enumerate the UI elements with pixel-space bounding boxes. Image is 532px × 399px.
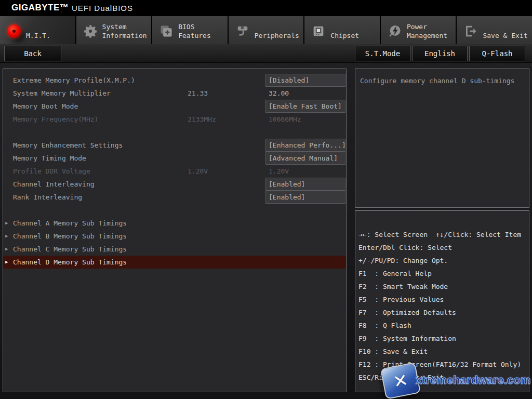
settings-rows: Extreme Memory Profile(X.M.P.)[Disabled]… [3, 74, 346, 269]
titlebar-divider [61, 2, 61, 15]
setting-label: Channel A Memory Sub Timings [13, 217, 127, 230]
tab-label: System Information [102, 22, 152, 40]
help-key-line: F8 : Q-Flash [358, 319, 528, 332]
settings-row-channel-d-memory-sub-timings[interactable]: ▶Channel D Memory Sub Timings [3, 256, 346, 269]
bios-screen: GIGABYTE™ UEFI DualBIOS M.I.T.System Inf… [0, 0, 532, 399]
tab-system-information[interactable]: System Information [76, 16, 152, 44]
system-info-gear-icon [83, 24, 98, 38]
power-management-icon [388, 24, 402, 38]
setting-label: Rank Interleaving [13, 191, 82, 204]
settings-panel: Extreme Memory Profile(X.M.P.)[Disabled]… [3, 69, 347, 392]
setting-value[interactable]: [Enhanced Perfo...] [265, 139, 345, 152]
setting-value[interactable]: [Advanced Manual] [265, 152, 345, 165]
help-description: Configure memory channel D sub-timings [360, 76, 524, 86]
chipset-icon [311, 24, 326, 38]
settings-row-memory-timing-mode[interactable]: Memory Timing Mode[Advanced Manual] [3, 152, 346, 165]
setting-label: Profile DDR Voltage [13, 165, 90, 178]
settings-row-system-memory-multiplier[interactable]: System Memory Multiplier21.3332.00 [3, 87, 346, 100]
qflash-button[interactable]: Q-Flash [469, 46, 525, 61]
help-key-line: F9 : System Information [358, 332, 528, 345]
settings-row-channel-b-memory-sub-timings[interactable]: ▶Channel B Memory Sub Timings [3, 230, 346, 243]
setting-secondary-value: 2133MHz [188, 113, 216, 126]
setting-value: 1.20V [265, 165, 345, 178]
watermark-x-glyph: ✕ [391, 369, 410, 393]
tab-bios-features[interactable]: BIOS Features [152, 16, 228, 44]
watermark-text: xtremehardware.com [416, 374, 530, 387]
tab-peripherals[interactable]: Peripherals [229, 16, 304, 44]
tab-label: BIOS Features [178, 22, 228, 40]
setting-value: 10666MHz [265, 113, 345, 126]
setting-label: Channel B Memory Sub Timings [13, 230, 127, 243]
back-button[interactable]: Back [4, 46, 61, 61]
setting-secondary-value: 21.33 [188, 87, 208, 100]
setting-value: 32.00 [265, 87, 345, 100]
settings-row-channel-interleaving[interactable]: Channel Interleaving[Enabled] [3, 178, 346, 191]
tab-chipset[interactable]: Chipset [304, 16, 380, 44]
help-key-line: Enter/Dbl Click: Select [358, 241, 528, 254]
submenu-arrow-icon: ▶ [5, 243, 8, 256]
bios-features-icon [159, 24, 174, 38]
setting-label: Extreme Memory Profile(X.M.P.) [13, 74, 135, 87]
setting-label: Channel C Memory Sub Timings [13, 243, 127, 256]
tab-label: Power Management [407, 22, 456, 40]
help-key-line: →←: Select Screen ↑↓/Click: Select Item [358, 228, 528, 241]
item-help-panel: Configure memory channel D sub-timings [355, 69, 529, 208]
submenu-arrow-icon: ▶ [5, 230, 8, 243]
mit-red-dot-icon [7, 24, 21, 38]
setting-label: Memory Timing Mode [13, 152, 86, 165]
gigabyte-logo: GIGABYTE™ [11, 3, 69, 13]
setting-label: Memory Enhancement Settings [13, 139, 123, 152]
tab-label: Peripherals [255, 31, 299, 40]
settings-row-channel-c-memory-sub-timings[interactable]: ▶Channel C Memory Sub Timings [3, 243, 346, 256]
setting-secondary-value: 1.20V [188, 165, 208, 178]
tab-m-i-t[interactable]: M.I.T. [0, 16, 75, 44]
row-spacer [3, 204, 346, 217]
settings-row-profile-ddr-voltage[interactable]: Profile DDR Voltage1.20V1.20V [3, 165, 346, 178]
setting-value[interactable]: [Enabled] [265, 191, 345, 204]
submenu-arrow-icon: ▶ [5, 217, 8, 230]
help-key-line: F5 : Previous Values [358, 293, 528, 306]
settings-row-channel-a-memory-sub-timings[interactable]: ▶Channel A Memory Sub Timings [3, 217, 346, 230]
setting-label: Channel D Memory Sub Timings [13, 256, 127, 269]
setting-value[interactable]: [Disabled] [265, 74, 345, 87]
tab-label: Save & Exit [483, 31, 527, 40]
top-title-bar: GIGABYTE™ UEFI DualBIOS [0, 0, 532, 16]
setting-label: Memory Frequency(MHz) [13, 113, 98, 126]
setting-value[interactable]: [Enable Fast Boot] [265, 100, 345, 113]
tab-power-management[interactable]: Power Management [381, 16, 456, 44]
peripherals-icon [235, 24, 250, 38]
setting-label: Channel Interleaving [13, 178, 95, 191]
language-button[interactable]: English [412, 46, 468, 61]
settings-row-rank-interleaving[interactable]: Rank Interleaving[Enabled] [3, 191, 346, 204]
save-exit-icon [463, 24, 478, 38]
help-key-line: F2 : Smart Tweak Mode [358, 280, 528, 293]
help-key-list: →←: Select Screen ↑↓/Click: Select ItemE… [358, 228, 528, 384]
tab-label: Chipset [330, 31, 359, 40]
tab-bar: M.I.T.System InformationBIOS FeaturesPer… [0, 16, 532, 44]
settings-row-memory-enhancement-settings[interactable]: Memory Enhancement Settings[Enhanced Per… [3, 139, 346, 152]
setting-value[interactable]: [Enabled] [265, 178, 345, 191]
help-key-line: F10 : Save & Exit [358, 345, 528, 358]
setting-label: System Memory Multiplier [13, 87, 111, 100]
keys-help-panel: →←: Select Screen ↑↓/Click: Select ItemE… [355, 210, 529, 392]
help-key-line: F7 : Optimized Defaults [358, 306, 528, 319]
tab-save-exit[interactable]: Save & Exit [457, 16, 532, 44]
settings-row-memory-boot-mode[interactable]: Memory Boot Mode[Enable Fast Boot] [3, 100, 346, 113]
settings-row-memory-frequency-mhz[interactable]: Memory Frequency(MHz)2133MHz10666MHz [3, 113, 346, 126]
help-key-line: F1 : General Help [358, 267, 528, 280]
submenu-arrow-icon: ▶ [5, 256, 8, 269]
toolbar: Back S.T.Mode English Q-Flash [0, 44, 532, 63]
help-key-line: +/-/PU/PD: Change Opt. [358, 254, 528, 267]
watermark-icon: ✕ [380, 362, 421, 399]
st-mode-button[interactable]: S.T.Mode [355, 46, 410, 61]
tab-label: M.I.T. [26, 31, 50, 40]
setting-label: Memory Boot Mode [13, 100, 78, 113]
settings-row-extreme-memory-profile-x-m-p[interactable]: Extreme Memory Profile(X.M.P.)[Disabled] [3, 74, 346, 87]
uefi-dualbios-title: UEFI DualBIOS [72, 4, 133, 12]
row-spacer [3, 126, 346, 139]
